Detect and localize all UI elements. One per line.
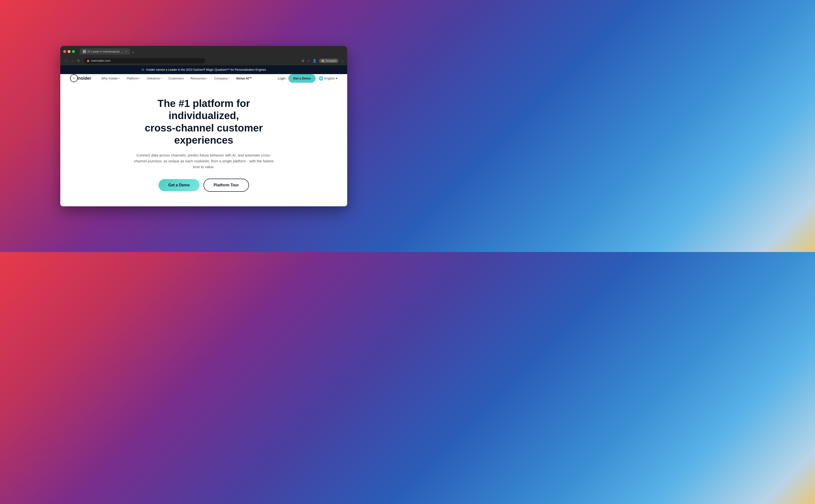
browser-window: I #1 Leader in Individualized, C... × + … xyxy=(60,46,347,206)
hero-buttons: Get a Demo Platform Tour xyxy=(158,179,249,192)
back-button[interactable]: ‹ xyxy=(63,58,69,63)
language-label: English xyxy=(324,77,335,80)
nav-item-solutions[interactable]: Solutions ▾ xyxy=(144,75,164,82)
close-traffic-light[interactable] xyxy=(63,50,66,53)
browser-titlebar: I #1 Leader in Individualized, C... × + xyxy=(60,46,347,57)
tab-favicon: I xyxy=(83,50,86,53)
solutions-dropdown-arrow: ▾ xyxy=(161,77,162,79)
company-dropdown-arrow: ▾ xyxy=(228,77,229,79)
globe-icon: 🌐 xyxy=(318,76,323,81)
hero-section: The #1 platform for individualized, cros… xyxy=(60,83,347,206)
platform-dropdown-arrow: ▾ xyxy=(139,77,140,79)
bookmark-icon[interactable]: ☆ xyxy=(307,59,310,63)
minimize-traffic-light[interactable] xyxy=(68,50,70,53)
logo-circle: I xyxy=(70,74,78,82)
nav-item-company[interactable]: Company ▾ xyxy=(211,75,232,82)
hero-title-line2: cross-channel customer experiences xyxy=(145,122,263,146)
incognito-label: Incognito xyxy=(325,59,336,62)
logo-i: I xyxy=(74,77,74,80)
address-bar[interactable]: 🔒 useinsider.com xyxy=(84,58,205,63)
main-nav: I Insider Why Insider ▾ Platform ▾ Solut… xyxy=(60,74,347,83)
active-tab[interactable]: I #1 Leader in Individualized, C... × xyxy=(80,48,130,55)
logo[interactable]: I Insider xyxy=(70,74,91,82)
resources-dropdown-arrow: ▾ xyxy=(206,77,207,79)
language-dropdown-arrow: ▾ xyxy=(336,77,337,80)
nav-actions: Login Get a Demo 🌐 English ▾ xyxy=(278,74,337,83)
nav-item-customers[interactable]: Customers xyxy=(166,75,187,82)
hero-subtitle: Connect data across channels, predict fu… xyxy=(133,152,274,170)
browser-actions: ⊞ ☆ 👤 🕵️ Incognito ⋮ xyxy=(301,59,344,63)
hero-title-line1: The #1 platform for individualized, xyxy=(157,98,250,121)
nav-item-why-insider[interactable]: Why Insider ▾ xyxy=(98,75,123,82)
tab-title: #1 Leader in Individualized, C... xyxy=(87,50,124,53)
nav-item-sirius-ai[interactable]: Sirius AI™ xyxy=(233,75,255,82)
browser-addressbar: ‹ › ↻ 🔒 useinsider.com ⊞ ☆ 👤 🕵️ Incognit… xyxy=(60,57,347,65)
incognito-badge: 🕵️ Incognito xyxy=(319,59,338,63)
nav-item-platform[interactable]: Platform ▾ xyxy=(124,75,143,82)
hero-title: The #1 platform for individualized, cros… xyxy=(121,97,286,147)
browser-nav-buttons: ‹ › ↻ xyxy=(63,58,81,63)
logo-wordmark: Insider xyxy=(77,76,91,81)
forward-button[interactable]: › xyxy=(70,58,75,63)
announcement-text: Insider named a Leader in the 2023 Gartn… xyxy=(146,68,266,71)
website-content: ⟳ Insider named a Leader in the 2023 Gar… xyxy=(60,65,347,206)
hero-get-demo-button[interactable]: Get a Demo xyxy=(158,179,200,191)
language-selector[interactable]: 🌐 English ▾ xyxy=(318,76,337,81)
nav-item-resources[interactable]: Resources ▾ xyxy=(187,75,210,82)
menu-icon[interactable]: ⋮ xyxy=(341,59,344,63)
lock-icon: 🔒 xyxy=(87,59,89,62)
account-icon[interactable]: 👤 xyxy=(312,59,316,63)
announcement-icon: ⟳ xyxy=(141,68,144,72)
reload-button[interactable]: ↻ xyxy=(76,58,81,63)
nav-items: Why Insider ▾ Platform ▾ Solutions ▾ Cus… xyxy=(98,75,278,82)
tab-close-button[interactable]: × xyxy=(125,50,127,53)
announcement-bar: ⟳ Insider named a Leader in the 2023 Gar… xyxy=(60,65,347,74)
hero-platform-tour-button[interactable]: Platform Tour xyxy=(203,179,249,192)
maximize-traffic-light[interactable] xyxy=(72,50,75,53)
cast-icon[interactable]: ⊞ xyxy=(301,59,304,63)
browser-chrome: I #1 Leader in Individualized, C... × + … xyxy=(60,46,347,65)
traffic-lights xyxy=(63,50,75,53)
tab-bar: I #1 Leader in Individualized, C... × + xyxy=(80,48,337,55)
address-text: useinsider.com xyxy=(91,59,110,62)
new-tab-button[interactable]: + xyxy=(132,50,134,55)
login-button[interactable]: Login xyxy=(278,77,285,80)
get-demo-nav-button[interactable]: Get a Demo xyxy=(288,74,315,83)
why-insider-dropdown-arrow: ▾ xyxy=(119,77,120,79)
